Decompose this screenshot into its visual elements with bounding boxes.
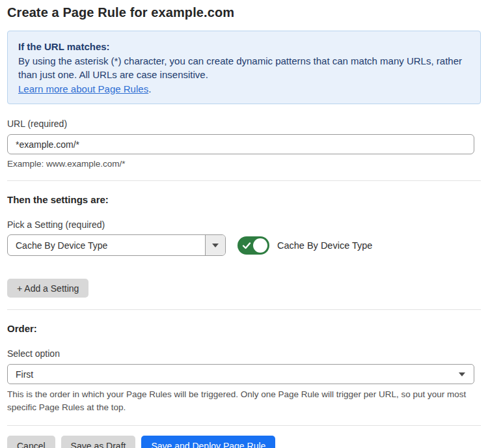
settings-section-heading: Then the settings are: — [7, 194, 481, 205]
order-select-label: Select option — [7, 348, 481, 359]
url-match-info-box: If the URL matches: By using the asteris… — [7, 31, 481, 104]
footer-actions: Cancel Save as Draft Save and Deploy Pag… — [7, 436, 481, 448]
pick-setting-label: Pick a Setting (required) — [7, 219, 481, 230]
order-section-heading: Order: — [7, 323, 481, 334]
learn-more-link[interactable]: Learn more about Page Rules — [18, 83, 148, 94]
order-select-value: First — [16, 369, 33, 380]
info-box-link-line: Learn more about Page Rules. — [18, 82, 470, 96]
chevron-down-icon — [212, 244, 219, 247]
save-as-draft-button[interactable]: Save as Draft — [61, 436, 136, 448]
info-box-body: By using the asterisk (*) character, you… — [18, 54, 467, 82]
chevron-down-icon — [459, 372, 465, 376]
url-example-helper: Example: www.example.com/* — [7, 159, 481, 169]
setting-select-value: Cache By Device Type — [8, 235, 205, 255]
info-box-heading: If the URL matches: — [18, 40, 470, 54]
setting-select-arrow-button[interactable] — [205, 235, 225, 255]
url-input[interactable] — [7, 134, 474, 154]
page-title: Create a Page Rule for example.com — [7, 5, 481, 20]
setting-select[interactable]: Cache By Device Type — [7, 234, 226, 256]
setting-toggle-label: Cache By Device Type — [277, 240, 372, 251]
link-suffix: . — [148, 83, 151, 94]
add-setting-button[interactable]: + Add a Setting — [7, 279, 88, 298]
check-icon — [242, 241, 251, 250]
divider — [7, 309, 481, 310]
save-and-deploy-button[interactable]: Save and Deploy Page Rule — [141, 436, 275, 448]
setting-row: Cache By Device Type Cache By Device Typ… — [7, 234, 481, 256]
setting-toggle[interactable] — [237, 236, 269, 255]
divider — [7, 180, 481, 181]
order-description: This is the order in which your Page Rul… — [7, 388, 479, 414]
divider — [7, 425, 481, 426]
order-select[interactable]: First — [7, 364, 474, 384]
toggle-knob — [253, 238, 267, 253]
url-field-label: URL (required) — [7, 119, 481, 129]
cancel-button[interactable]: Cancel — [7, 436, 55, 448]
